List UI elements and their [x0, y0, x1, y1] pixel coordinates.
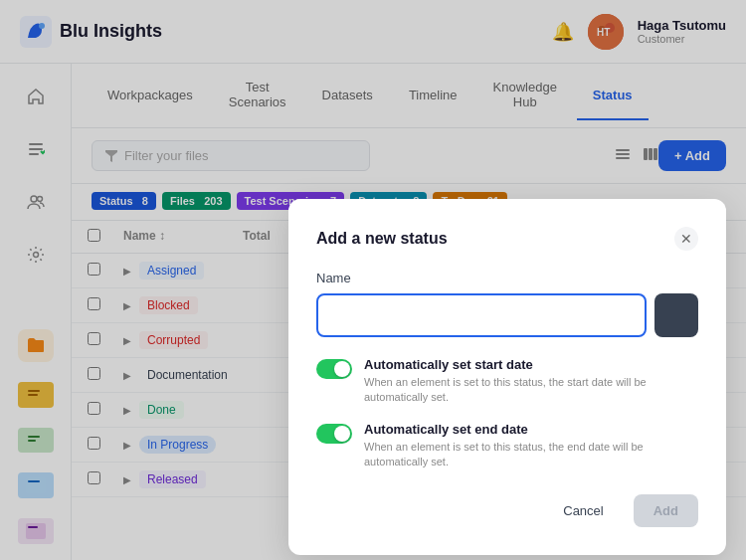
- toggle-row-end-date: Automatically set end date When an eleme…: [316, 422, 698, 470]
- modal-header: Add a new status ✕: [316, 227, 698, 251]
- modal-title: Add a new status: [316, 230, 448, 248]
- modal-footer: Cancel Add: [316, 494, 698, 527]
- status-name-input[interactable]: [316, 293, 647, 337]
- name-field-label: Name: [316, 271, 698, 285]
- modal-overlay: Add a new status ✕ Name Automatically se…: [0, 0, 746, 560]
- cancel-button[interactable]: Cancel: [543, 494, 623, 527]
- add-button[interactable]: Add: [634, 494, 698, 527]
- color-swatch[interactable]: [654, 293, 698, 337]
- toggle-start-date-text: Automatically set start date When an ele…: [364, 357, 698, 406]
- add-status-modal: Add a new status ✕ Name Automatically se…: [288, 199, 726, 555]
- auto-end-date-toggle[interactable]: [316, 424, 352, 444]
- toggle-row-start-date: Automatically set start date When an ele…: [316, 357, 698, 406]
- toggle-end-date-label: Automatically set end date: [364, 422, 698, 437]
- modal-input-row: [316, 293, 698, 337]
- modal-close-button[interactable]: ✕: [674, 227, 698, 251]
- toggle-end-date-text: Automatically set end date When an eleme…: [364, 422, 698, 470]
- toggle-end-date-desc: When an element is set to this status, t…: [364, 440, 698, 470]
- toggle-start-date-desc: When an element is set to this status, t…: [364, 375, 698, 406]
- auto-start-date-toggle[interactable]: [316, 359, 352, 379]
- toggle-start-date-label: Automatically set start date: [364, 357, 698, 372]
